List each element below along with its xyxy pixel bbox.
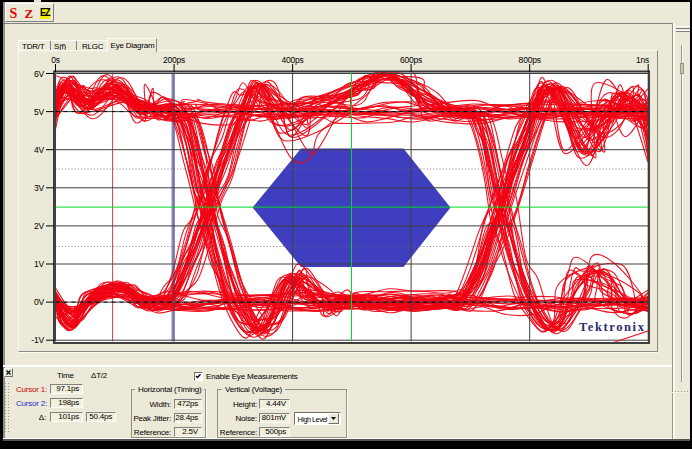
svg-text:Tektronix: Tektronix [579, 320, 646, 334]
svg-text:1V: 1V [34, 259, 45, 269]
svg-text:4V: 4V [34, 145, 45, 155]
svg-text:5V: 5V [34, 107, 45, 117]
svg-text:200ps: 200ps [163, 55, 185, 65]
svg-text:800ps: 800ps [519, 55, 541, 65]
svg-text:0s: 0s [51, 55, 60, 65]
svg-text:-1V: -1V [31, 335, 44, 345]
svg-text:6V: 6V [34, 69, 45, 79]
svg-text:2V: 2V [34, 221, 45, 231]
svg-text:3V: 3V [34, 183, 45, 193]
svg-text:1ns: 1ns [636, 55, 649, 65]
svg-text:400ps: 400ps [282, 55, 304, 65]
svg-text:600ps: 600ps [400, 55, 422, 65]
svg-text:0V: 0V [34, 297, 45, 307]
